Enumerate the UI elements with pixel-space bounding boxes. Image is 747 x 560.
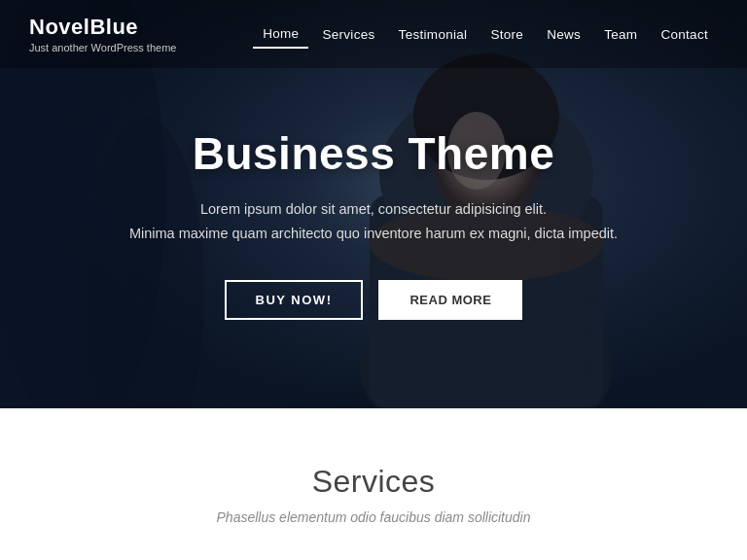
services-subtitle: Phasellus elementum odio faucibus diam s… bbox=[217, 509, 531, 525]
buy-now-button[interactable]: BUY NOW! bbox=[225, 280, 364, 320]
nav-testimonial[interactable]: Testimonial bbox=[389, 21, 478, 48]
services-section: Services Phasellus elementum odio faucib… bbox=[0, 408, 747, 560]
header: NovelBlue Just another WordPress theme H… bbox=[0, 0, 747, 68]
logo-title: NovelBlue bbox=[29, 15, 176, 40]
nav-team[interactable]: Team bbox=[594, 21, 647, 48]
logo-tagline: Just another WordPress theme bbox=[29, 42, 176, 53]
hero-subtitle: Lorem ipsum dolor sit amet, consectetur … bbox=[129, 197, 618, 245]
logo-area: NovelBlue Just another WordPress theme bbox=[29, 15, 176, 53]
hero-subtitle-line2: Minima maxime quam architecto quo invent… bbox=[129, 222, 618, 246]
nav-home[interactable]: Home bbox=[253, 20, 308, 49]
nav-news[interactable]: News bbox=[537, 21, 590, 48]
main-nav: Home Services Testimonial Store News Tea… bbox=[253, 20, 718, 49]
read-more-button[interactable]: READ MORE bbox=[378, 280, 522, 320]
hero-title: Business Theme bbox=[129, 127, 618, 180]
hero-content: Business Theme Lorem ipsum dolor sit ame… bbox=[129, 88, 618, 320]
hero-buttons: BUY NOW! READ MORE bbox=[129, 280, 618, 320]
hero-subtitle-line1: Lorem ipsum dolor sit amet, consectetur … bbox=[129, 197, 618, 222]
nav-contact[interactable]: Contact bbox=[651, 21, 718, 48]
nav-services[interactable]: Services bbox=[312, 21, 384, 48]
services-heading: Services bbox=[312, 464, 436, 500]
nav-store[interactable]: Store bbox=[480, 21, 533, 48]
